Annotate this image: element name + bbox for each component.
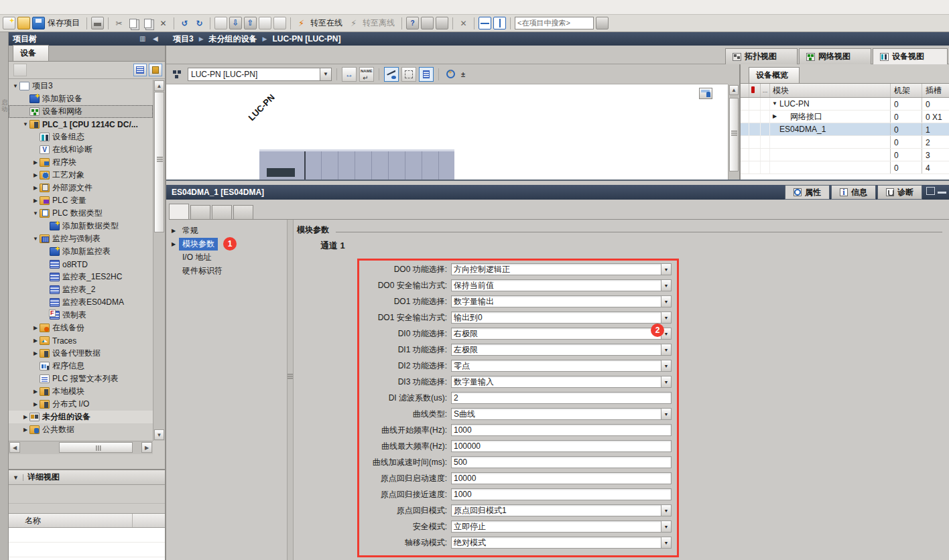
- breadcrumb-ungrouped[interactable]: 未分组的设备: [209, 33, 257, 45]
- save-project-label[interactable]: 保存项目: [48, 17, 80, 29]
- tree-item[interactable]: ▶ 外部源文件: [9, 182, 153, 194]
- tree-item[interactable]: 程序信息: [9, 360, 153, 372]
- pen-eye-icon[interactable]: [384, 67, 399, 82]
- menu-item[interactable]: [19, 6, 35, 9]
- tab-properties[interactable]: 属性: [785, 185, 830, 200]
- scrollbar-thumb[interactable]: [729, 98, 739, 171]
- field-input[interactable]: 方向控制逻辑正 ▼: [451, 263, 672, 275]
- download-icon[interactable]: [229, 17, 242, 29]
- tree-item[interactable]: ▶ PLC 变量: [9, 194, 153, 207]
- tree-item[interactable]: 监控表ES04DMA: [9, 296, 153, 309]
- cut-icon[interactable]: ✂: [113, 17, 125, 29]
- expander-icon[interactable]: ▶: [172, 241, 179, 247]
- chevron-down-icon[interactable]: ▼: [661, 409, 671, 419]
- field-input[interactable]: 10000 ▼: [451, 472, 672, 484]
- chevron-down-icon[interactable]: ▼: [661, 360, 671, 371]
- properties-subtab[interactable]: [233, 205, 253, 219]
- tree-item[interactable]: ▶ 设备代理数据: [9, 347, 153, 360]
- tree-item[interactable]: 设备和网络: [9, 105, 153, 118]
- split-vertical-icon[interactable]: [493, 17, 506, 29]
- float-window-icon[interactable]: [926, 187, 935, 195]
- tree-horizontal-scrollbar[interactable]: ◀ ▶: [9, 441, 153, 454]
- scroll-left-icon[interactable]: ◀: [9, 442, 20, 453]
- scroll-up-icon[interactable]: ▲: [729, 85, 739, 95]
- field-input[interactable]: 100000 ▼: [451, 440, 672, 452]
- redo-icon[interactable]: ↻: [193, 17, 206, 29]
- paste-icon[interactable]: [142, 17, 155, 29]
- tab-info[interactable]: 信息: [831, 185, 876, 200]
- save-project-icon[interactable]: [32, 17, 45, 29]
- menu-item[interactable]: [35, 6, 51, 9]
- device-overview-row[interactable]: 0 3: [741, 149, 949, 161]
- menu-item[interactable]: [131, 6, 147, 9]
- field-input[interactable]: 零点 ▼: [451, 360, 672, 372]
- project-search-input[interactable]: [515, 17, 594, 29]
- menu-item[interactable]: [51, 6, 67, 9]
- rack-column-header[interactable]: 机架: [891, 84, 922, 97]
- chevron-down-icon[interactable]: ▼: [661, 296, 671, 307]
- expander-icon[interactable]: ▶: [31, 172, 40, 178]
- expander-icon[interactable]: ▼: [31, 210, 40, 216]
- add-item-icon[interactable]: [13, 64, 27, 76]
- field-input[interactable]: 保持当前值 ▼: [451, 279, 672, 291]
- device-rack-graphic[interactable]: [259, 149, 454, 180]
- tree-item[interactable]: 监控表_1ES2HC: [9, 271, 153, 283]
- page-setup-icon[interactable]: [699, 88, 712, 99]
- device-overview-row[interactable]: ▶网络接口 0 0 X1: [741, 111, 949, 123]
- field-input[interactable]: 输出到0 ▼: [451, 311, 672, 324]
- field-input[interactable]: 2 ▼: [451, 392, 672, 404]
- accessible-devices-icon[interactable]: ?: [406, 17, 419, 29]
- tree-item[interactable]: 在线和诊断: [9, 143, 153, 156]
- chevron-down-icon[interactable]: ▼: [661, 280, 671, 291]
- breadcrumb-device[interactable]: LUC-PN [LUC-PN]: [273, 34, 341, 44]
- device-view-canvas[interactable]: LUC-PN: [166, 84, 728, 180]
- chevron-down-icon[interactable]: ▼: [661, 505, 671, 516]
- device-overview-row[interactable]: ▼LUC-PN 0 0: [741, 98, 949, 111]
- field-input[interactable]: 原点回归模式1 ▼: [451, 504, 672, 516]
- detail-name-column-header[interactable]: 名称: [9, 513, 165, 528]
- tree-item[interactable]: o8RTD: [9, 258, 153, 271]
- expander-icon[interactable]: ▼: [770, 97, 779, 111]
- menu-item[interactable]: [115, 6, 131, 9]
- chevron-down-icon[interactable]: ▼: [661, 264, 671, 275]
- snap-grid-icon[interactable]: [401, 67, 416, 82]
- compile-icon[interactable]: [214, 17, 227, 29]
- scroll-down-icon[interactable]: ▼: [154, 429, 164, 440]
- open-project-icon[interactable]: [17, 17, 30, 29]
- go-offline-label[interactable]: 转至离线: [363, 17, 395, 29]
- device-selector-dropdown[interactable]: LUC-PN [LUC-PN] ▼: [188, 68, 332, 81]
- start-cpu-icon[interactable]: [259, 17, 271, 29]
- tree-item[interactable]: 添加新监控表: [9, 245, 153, 258]
- properties-nav-item[interactable]: 硬件标识符: [169, 264, 287, 277]
- tab-device-view[interactable]: 设备视图: [873, 48, 948, 64]
- go-online-label[interactable]: 转至在线: [310, 17, 342, 29]
- tree-item[interactable]: 添加新数据类型: [9, 220, 153, 232]
- go-offline-icon[interactable]: ⚡: [347, 17, 360, 29]
- station-icon[interactable]: [170, 67, 185, 82]
- tab-diagnostics[interactable]: 诊断: [877, 185, 922, 200]
- start-window-icon[interactable]: [421, 17, 434, 29]
- name-assign-icon[interactable]: [359, 67, 374, 82]
- zoom-options-icon[interactable]: ±: [461, 70, 465, 78]
- auto-collapse-icon[interactable]: ▥: [139, 35, 149, 43]
- field-input[interactable]: 500 ▼: [451, 456, 672, 468]
- expander-icon[interactable]: ▶: [21, 427, 29, 433]
- expander-icon[interactable]: ▼: [31, 236, 40, 242]
- device-overview-tab[interactable]: 设备概览: [749, 67, 800, 83]
- expander-icon[interactable]: ▶: [172, 228, 179, 234]
- stop-cpu-icon[interactable]: [273, 17, 286, 29]
- scrollbar-thumb[interactable]: [59, 442, 133, 453]
- list-view-icon[interactable]: [133, 64, 147, 76]
- tab-network-view[interactable]: 网络视图: [799, 48, 871, 64]
- insert-window-icon[interactable]: [436, 17, 448, 29]
- properties-subtab[interactable]: [190, 205, 210, 219]
- expander-icon[interactable]: ▶: [21, 414, 29, 420]
- field-input[interactable]: 1000 ▼: [451, 488, 672, 500]
- chevron-down-icon[interactable]: ▼: [661, 521, 671, 532]
- field-input[interactable]: 1000 ▼: [451, 424, 672, 436]
- field-input[interactable]: 左极限 ▼: [451, 344, 672, 356]
- module-column-header[interactable]: 模块: [770, 84, 891, 97]
- field-input[interactable]: 数字量输入 ▼: [451, 376, 672, 388]
- properties-subtab[interactable]: [212, 205, 232, 219]
- menu-item[interactable]: [83, 6, 99, 9]
